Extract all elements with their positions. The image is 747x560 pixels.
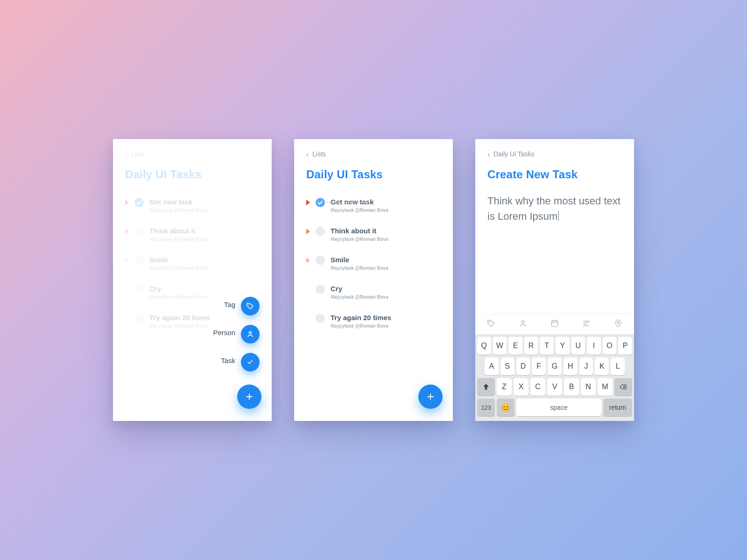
chevron-left-icon: ‹ <box>487 151 490 158</box>
key-m[interactable]: M <box>598 378 613 396</box>
person-icon <box>246 330 254 338</box>
person-icon[interactable] <box>518 319 528 330</box>
screen-tasks: ‹ Lists Daily UI Tasks Get new task#layz… <box>294 139 453 421</box>
key-v[interactable]: V <box>547 378 562 396</box>
key-q[interactable]: Q <box>477 337 491 355</box>
key-space[interactable]: space <box>516 399 601 416</box>
task-row[interactable]: Get new task#layzytask @Roman Bova <box>306 198 441 213</box>
svg-point-3 <box>521 321 524 323</box>
chevron-left-icon: ‹ <box>306 151 309 158</box>
task-title: Think about it <box>331 227 388 235</box>
fab-add-button[interactable] <box>237 385 261 409</box>
keyboard: QWERTYUIOP ASDFGHJKL ZXCVBNM 123😊spacere… <box>475 334 634 421</box>
priority-indicator <box>306 315 310 321</box>
action-tag-button[interactable] <box>241 297 260 315</box>
task-text-input[interactable]: Think why the most used text is Lorem Ip… <box>487 193 622 224</box>
task-checkbox[interactable] <box>316 256 325 265</box>
key-e[interactable]: E <box>508 337 522 355</box>
key-n[interactable]: N <box>581 378 596 396</box>
key-d[interactable]: D <box>516 357 530 375</box>
action-label-person: Person <box>213 329 235 336</box>
key-return[interactable]: return <box>603 399 632 416</box>
action-label-tag: Tag <box>224 301 235 308</box>
key-c[interactable]: C <box>530 378 545 396</box>
fab-add-button[interactable] <box>418 385 443 409</box>
key-b[interactable]: B <box>564 378 579 396</box>
action-person-button[interactable] <box>241 325 260 343</box>
action-label-task: Task <box>221 357 235 364</box>
svg-point-1 <box>249 331 251 334</box>
key-y[interactable]: Y <box>556 337 570 355</box>
svg-point-0 <box>248 304 249 305</box>
key-u[interactable]: U <box>571 337 585 355</box>
task-row[interactable]: Think about it#layzytask @Roman Bova <box>306 227 441 242</box>
back-label: Daily Ui Tasks <box>493 150 535 158</box>
tag-icon[interactable] <box>486 319 496 330</box>
task-meta: #layzytask @Roman Bova <box>331 294 388 300</box>
priority-indicator <box>306 287 310 292</box>
screen-tasks-fab-expanded: ‹ Lists Daily UI Tasks Get new task#layz… <box>113 139 272 421</box>
svg-point-2 <box>489 321 490 322</box>
priority-indicator <box>306 200 310 205</box>
key-g[interactable]: G <box>548 357 562 375</box>
plus-icon <box>425 392 436 402</box>
task-title: Cry <box>331 285 388 293</box>
priority-indicator <box>306 229 310 234</box>
task-checkbox[interactable] <box>316 198 325 207</box>
task-meta: #layzytask @Roman Bova <box>331 323 391 329</box>
location-icon[interactable] <box>613 319 623 330</box>
compose-toolbar <box>475 314 634 334</box>
key-o[interactable]: O <box>603 337 617 355</box>
key-emoji[interactable]: 😊 <box>497 399 514 416</box>
calendar-icon[interactable] <box>550 319 559 330</box>
plus-icon <box>244 392 254 402</box>
key-l[interactable]: L <box>611 357 625 375</box>
check-icon <box>246 358 254 366</box>
svg-rect-4 <box>551 321 557 327</box>
task-checkbox[interactable] <box>316 285 325 294</box>
key-h[interactable]: H <box>564 357 578 375</box>
key-p[interactable]: P <box>618 337 632 355</box>
key-z[interactable]: Z <box>497 378 512 396</box>
key-a[interactable]: A <box>485 357 499 375</box>
key-j[interactable]: J <box>579 357 593 375</box>
key-r[interactable]: R <box>524 337 538 355</box>
priority-indicator <box>306 258 310 263</box>
text-cursor <box>558 211 559 221</box>
svg-point-5 <box>617 322 619 323</box>
text-icon[interactable] <box>582 319 591 330</box>
task-title: Smile <box>331 256 388 264</box>
screen-create-task: ‹ Daily Ui Tasks Create New Task Think w… <box>475 139 634 421</box>
compose-text: Think why the most used text is Lorem Ip… <box>487 195 620 222</box>
page-title: Daily UI Tasks <box>306 168 441 181</box>
key-numeric[interactable]: 123 <box>477 399 495 416</box>
back-button[interactable]: ‹ Lists <box>306 150 441 158</box>
task-checkbox[interactable] <box>316 227 325 236</box>
task-row[interactable]: Cry#layzytask @Roman Bova <box>306 285 441 300</box>
key-backspace[interactable] <box>614 378 632 396</box>
key-f[interactable]: F <box>532 357 546 375</box>
task-row[interactable]: Smile#layzytask @Roman Bova <box>306 256 441 271</box>
task-meta: #layzytask @Roman Bova <box>331 208 388 213</box>
task-meta: #layzytask @Roman Bova <box>331 266 388 271</box>
key-w[interactable]: W <box>493 337 507 355</box>
key-i[interactable]: I <box>587 337 601 355</box>
action-task-button[interactable] <box>241 353 260 371</box>
back-button[interactable]: ‹ Daily Ui Tasks <box>487 150 622 158</box>
task-meta: #layzytask @Roman Bova <box>331 237 388 242</box>
key-t[interactable]: T <box>540 337 554 355</box>
key-s[interactable]: S <box>500 357 514 375</box>
tag-icon <box>246 302 254 310</box>
key-x[interactable]: X <box>514 378 529 396</box>
back-label: Lists <box>312 150 326 158</box>
task-checkbox[interactable] <box>316 314 325 323</box>
page-title: Create New Task <box>487 168 622 181</box>
task-row[interactable]: Try again 20 times#layzytask @Roman Bova <box>306 314 441 329</box>
modal-veil[interactable] <box>113 139 272 421</box>
key-k[interactable]: K <box>595 357 609 375</box>
key-shift[interactable] <box>477 378 495 396</box>
task-title: Try again 20 times <box>331 314 391 322</box>
